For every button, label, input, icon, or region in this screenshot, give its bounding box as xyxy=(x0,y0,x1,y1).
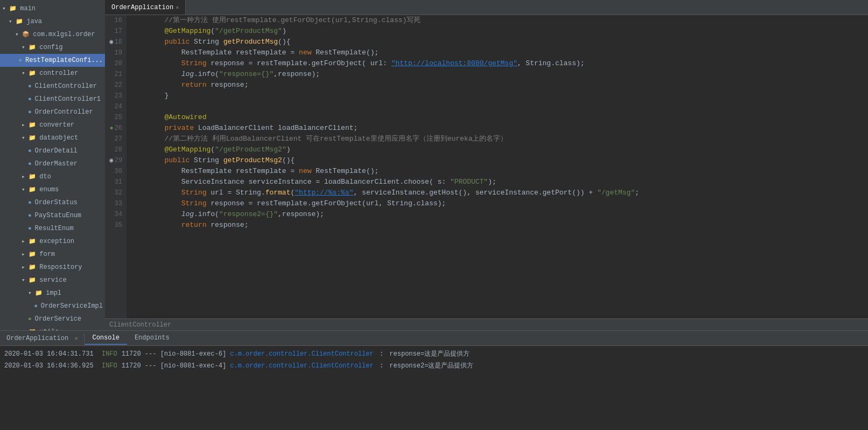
sidebar-label: OrderController xyxy=(35,107,93,117)
code-line-19: RestTemplate restTemplate = new RestTemp… xyxy=(131,47,864,58)
line-number-34: 34 xyxy=(109,209,122,220)
sidebar-label: com.mxlgsl.order xyxy=(33,29,95,40)
sidebar-item-ClientController1[interactable]: ●ClientController1 xyxy=(0,93,105,106)
folder-icon: ▸ 📁 xyxy=(22,171,36,182)
sidebar-item-converter[interactable]: ▸ 📁converter xyxy=(0,119,105,131)
code-line-24 xyxy=(131,101,864,112)
sidebar-item-ResultEnum[interactable]: ●ResultEnum xyxy=(0,222,105,235)
class-blue-icon: ● xyxy=(28,94,32,105)
class-green-icon: ● xyxy=(28,314,32,324)
code-line-30: RestTemplate restTemplate = new RestTemp… xyxy=(131,166,864,177)
sidebar-item-com.mxlgsl.order[interactable]: ▾ 📦com.mxlgsl.order xyxy=(0,28,105,41)
sidebar-item-Respository[interactable]: ▸ 📁Respository xyxy=(0,261,105,274)
console-line: 2020-01-03 16:04:31.731 INFO11720 --- [n… xyxy=(4,348,864,360)
line-number-18: ◉18 xyxy=(109,37,122,47)
folder-icon: ▸ 📁 xyxy=(22,120,36,130)
code-line-27: //第二种方法 利用LoadBalancerClient 可在restTempl… xyxy=(131,134,864,144)
sidebar-item-OrderServiceImpl[interactable]: ●OrderServiceImpl xyxy=(0,300,105,313)
class-blue-icon: ● xyxy=(34,301,38,311)
sidebar-item-java[interactable]: ▾ 📁java xyxy=(0,15,105,28)
line-number-24: 24 xyxy=(109,101,122,112)
package-icon: ▾ 📦 xyxy=(15,29,30,40)
folder-icon: ▾ 📁 xyxy=(28,288,43,299)
sidebar-label: service xyxy=(39,275,66,286)
console-output: 2020-01-03 16:04:31.731 INFO11720 --- [n… xyxy=(0,346,868,430)
class-blue-icon: ● xyxy=(28,81,32,92)
log-class: c.m.order.controller.ClientController xyxy=(230,360,373,372)
sidebar-item-RestTemplateConfig[interactable]: ●RestTemplateConfi... xyxy=(0,54,105,67)
sidebar-item-OrderService[interactable]: ●OrderService xyxy=(0,313,105,325)
line-number-33: 33 xyxy=(109,198,122,209)
sidebar-label: exception xyxy=(39,236,74,247)
code-line-26: private LoadBalancerClient loadBalancerC… xyxy=(131,123,864,134)
log-colon: : xyxy=(376,360,388,372)
line-number-21: 21 xyxy=(109,69,122,80)
sidebar-item-OrderStatus[interactable]: ●OrderStatus xyxy=(0,196,105,209)
log-class: c.m.order.controller.ClientController xyxy=(230,348,373,360)
sidebar-item-exception[interactable]: ▸ 📁exception xyxy=(0,235,105,248)
sidebar-item-service[interactable]: ▾ 📁service xyxy=(0,274,105,287)
line-number-35: 35 xyxy=(109,220,122,231)
log-msg: response2=这是产品提供方 xyxy=(389,360,473,372)
log-pid: 11720 --- xyxy=(122,348,160,360)
log-pid: 11720 --- xyxy=(122,360,160,372)
class-blue-icon: ● xyxy=(28,197,32,208)
app-tab-close[interactable]: ✕ xyxy=(74,336,78,342)
bottom-tab-endpoints[interactable]: Endpoints xyxy=(127,332,177,345)
sidebar-item-OrderController[interactable]: ●OrderController xyxy=(0,106,105,119)
sidebar-item-main[interactable]: ▾ 📁main xyxy=(0,2,105,15)
sidebar-item-dataobject[interactable]: ▾ 📁dataobject xyxy=(0,131,105,144)
code-line-22: return response; xyxy=(131,80,864,91)
sidebar-item-utils[interactable]: ▾ 📁utils xyxy=(0,325,105,330)
sidebar-item-dto[interactable]: ▸ 📁dto xyxy=(0,170,105,183)
sidebar-item-enums[interactable]: ▾ 📁enums xyxy=(0,183,105,196)
sidebar-label: OrderDetail xyxy=(35,145,78,156)
line-number-30: 30 xyxy=(109,166,122,177)
sidebar-label: controller xyxy=(39,68,78,79)
sidebar-item-form[interactable]: ▸ 📁form xyxy=(0,248,105,261)
log-level: INFO xyxy=(102,348,117,360)
file-tree: ▾ 📁main▾ 📁java▾ 📦com.mxlgsl.order▾ 📁conf… xyxy=(0,0,105,330)
sidebar-label: OrderService xyxy=(35,314,81,324)
breadcrumb-label: ClientController xyxy=(109,321,171,329)
line-number-25: 25 xyxy=(109,112,122,123)
folder-icon: ▾ 📁 xyxy=(9,16,23,27)
sidebar-item-PayStatuEnum[interactable]: ●PayStatuEnum xyxy=(0,209,105,222)
sidebar-item-OrderDetail[interactable]: ●OrderDetail xyxy=(0,144,105,157)
sidebar-label: dto xyxy=(39,171,51,182)
sidebar-label: java xyxy=(26,16,42,27)
editor-area: OrderApplication ✕ 1617◉1819202122232425… xyxy=(105,0,868,330)
class-blue-icon: ● xyxy=(28,145,32,156)
code-line-34: log.info("response2={}",response); xyxy=(131,209,864,220)
folder-icon: ▾ 📁 xyxy=(2,3,17,14)
line-number-31: 31 xyxy=(109,177,122,188)
folder-icon: ▾ 📁 xyxy=(22,275,36,286)
sidebar-label: ResultEnum xyxy=(35,223,74,234)
app-tab[interactable]: OrderApplication ✕ xyxy=(0,334,85,343)
line-number-27: 27 xyxy=(109,134,122,144)
folder-icon: ▾ 📁 xyxy=(22,184,36,195)
class-blue-icon: ● xyxy=(28,107,32,117)
main-area: ▾ 📁main▾ 📁java▾ 📦com.mxlgsl.order▾ 📁conf… xyxy=(0,0,868,330)
sidebar-item-impl[interactable]: ▾ 📁impl xyxy=(0,287,105,300)
log-level: INFO xyxy=(102,360,117,372)
line-number-20: 20 xyxy=(109,58,122,69)
folder-icon: ▸ 📁 xyxy=(22,236,36,247)
class-blue-icon: ● xyxy=(28,158,32,169)
sidebar-item-OrderMaster[interactable]: ●OrderMaster xyxy=(0,157,105,170)
line-number-23: 23 xyxy=(109,91,122,101)
editor-breadcrumb: ClientController xyxy=(105,318,868,330)
sidebar-label: dataobject xyxy=(39,133,78,143)
bottom-tab-console[interactable]: Console xyxy=(85,332,127,345)
sidebar-label: ClientController1 xyxy=(35,94,101,105)
sidebar-item-ClientController[interactable]: ●ClientController xyxy=(0,80,105,93)
sidebar-label: ClientController xyxy=(35,81,97,92)
active-tab[interactable]: OrderApplication ✕ xyxy=(105,0,186,15)
line-number-17: 17 xyxy=(109,26,122,37)
sidebar-item-controller[interactable]: ▾ 📁controller xyxy=(0,67,105,80)
close-tab-icon[interactable]: ✕ xyxy=(176,4,179,11)
sidebar-item-config[interactable]: ▾ 📁config xyxy=(0,41,105,54)
class-blue-icon: ● xyxy=(28,223,32,234)
code-line-32: String url = String.format("http://%s:%s… xyxy=(131,188,864,198)
sidebar-label: PayStatuEnum xyxy=(35,210,81,221)
